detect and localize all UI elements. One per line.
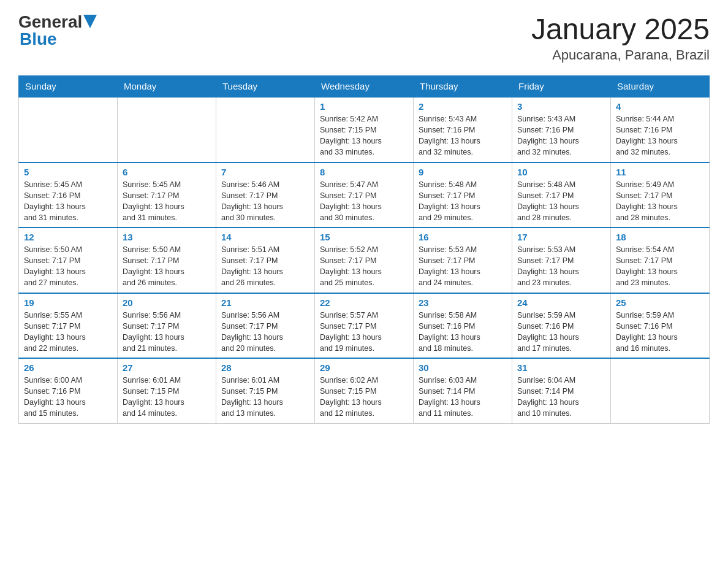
day-number: 22: [320, 297, 408, 308]
calendar-cell: 6Sunrise: 5:45 AM Sunset: 7:17 PM Daylig…: [118, 163, 216, 228]
day-info: Sunrise: 6:01 AM Sunset: 7:15 PM Dayligh…: [123, 375, 211, 419]
day-info: Sunrise: 5:44 AM Sunset: 7:16 PM Dayligh…: [616, 113, 704, 158]
day-number: 5: [24, 167, 112, 177]
day-info: Sunrise: 5:56 AM Sunset: 7:17 PM Dayligh…: [123, 310, 211, 354]
calendar-cell: 5Sunrise: 5:45 AM Sunset: 7:16 PM Daylig…: [19, 163, 118, 228]
weekday-header-thursday: Thursday: [414, 76, 512, 98]
calendar-cell: 25Sunrise: 5:59 AM Sunset: 7:16 PM Dayli…: [611, 293, 710, 359]
day-number: 18: [616, 232, 704, 242]
day-number: 25: [616, 297, 704, 308]
calendar-cell: 22Sunrise: 5:57 AM Sunset: 7:17 PM Dayli…: [315, 293, 414, 359]
weekday-header-friday: Friday: [512, 76, 611, 98]
day-number: 14: [221, 232, 309, 242]
day-info: Sunrise: 5:50 AM Sunset: 7:17 PM Dayligh…: [24, 244, 112, 289]
day-number: 15: [320, 232, 408, 242]
calendar-cell: 3Sunrise: 5:43 AM Sunset: 7:16 PM Daylig…: [512, 97, 611, 163]
calendar-cell: [19, 97, 118, 163]
weekday-header-sunday: Sunday: [19, 76, 118, 98]
day-info: Sunrise: 5:47 AM Sunset: 7:17 PM Dayligh…: [320, 179, 408, 224]
calendar-cell: 31Sunrise: 6:04 AM Sunset: 7:14 PM Dayli…: [512, 358, 611, 423]
day-number: 29: [320, 362, 408, 373]
day-number: 10: [517, 167, 605, 177]
calendar-cell: 30Sunrise: 6:03 AM Sunset: 7:14 PM Dayli…: [414, 358, 512, 423]
calendar-cell: 21Sunrise: 5:56 AM Sunset: 7:17 PM Dayli…: [216, 293, 315, 359]
calendar-cell: 9Sunrise: 5:48 AM Sunset: 7:17 PM Daylig…: [414, 163, 512, 228]
week-row-1: 1Sunrise: 5:42 AM Sunset: 7:15 PM Daylig…: [19, 97, 710, 163]
day-number: 30: [419, 362, 507, 373]
calendar-subtitle: Apucarana, Parana, Brazil: [531, 47, 710, 63]
day-info: Sunrise: 5:48 AM Sunset: 7:17 PM Dayligh…: [517, 179, 605, 224]
calendar-cell: 27Sunrise: 6:01 AM Sunset: 7:15 PM Dayli…: [118, 358, 216, 423]
week-row-2: 5Sunrise: 5:45 AM Sunset: 7:16 PM Daylig…: [19, 163, 710, 228]
day-info: Sunrise: 5:45 AM Sunset: 7:17 PM Dayligh…: [123, 179, 211, 224]
day-number: 23: [419, 297, 507, 308]
day-number: 27: [123, 362, 211, 373]
logo-triangle-icon: [83, 15, 97, 28]
day-number: 6: [123, 167, 211, 177]
calendar-table: SundayMondayTuesdayWednesdayThursdayFrid…: [18, 75, 710, 424]
day-info: Sunrise: 6:02 AM Sunset: 7:15 PM Dayligh…: [320, 375, 408, 419]
weekday-header-wednesday: Wednesday: [315, 76, 414, 98]
calendar-cell: 24Sunrise: 5:59 AM Sunset: 7:16 PM Dayli…: [512, 293, 611, 359]
calendar-cell: 4Sunrise: 5:44 AM Sunset: 7:16 PM Daylig…: [611, 97, 710, 163]
day-number: 12: [24, 232, 112, 242]
page-header: General Blue January 2025 Apucarana, Par…: [18, 12, 710, 63]
day-info: Sunrise: 6:03 AM Sunset: 7:14 PM Dayligh…: [419, 375, 507, 419]
calendar-cell: 17Sunrise: 5:53 AM Sunset: 7:17 PM Dayli…: [512, 228, 611, 293]
calendar-cell: 15Sunrise: 5:52 AM Sunset: 7:17 PM Dayli…: [315, 228, 414, 293]
day-info: Sunrise: 5:53 AM Sunset: 7:17 PM Dayligh…: [419, 244, 507, 289]
calendar-cell: 2Sunrise: 5:43 AM Sunset: 7:16 PM Daylig…: [414, 97, 512, 163]
weekday-header-monday: Monday: [118, 76, 216, 98]
day-info: Sunrise: 5:56 AM Sunset: 7:17 PM Dayligh…: [221, 310, 309, 354]
weekday-header-saturday: Saturday: [611, 76, 710, 98]
calendar-cell: 14Sunrise: 5:51 AM Sunset: 7:17 PM Dayli…: [216, 228, 315, 293]
day-number: 26: [24, 362, 112, 373]
day-number: 7: [221, 167, 309, 177]
title-block: January 2025 Apucarana, Parana, Brazil: [531, 12, 710, 63]
calendar-cell: [216, 97, 315, 163]
calendar-cell: 8Sunrise: 5:47 AM Sunset: 7:17 PM Daylig…: [315, 163, 414, 228]
day-info: Sunrise: 5:42 AM Sunset: 7:15 PM Dayligh…: [320, 113, 408, 158]
day-info: Sunrise: 5:50 AM Sunset: 7:17 PM Dayligh…: [123, 244, 211, 289]
day-info: Sunrise: 5:43 AM Sunset: 7:16 PM Dayligh…: [419, 113, 507, 158]
calendar-cell: [611, 358, 710, 423]
day-info: Sunrise: 5:55 AM Sunset: 7:17 PM Dayligh…: [24, 310, 112, 354]
day-info: Sunrise: 5:52 AM Sunset: 7:17 PM Dayligh…: [320, 244, 408, 289]
day-number: 1: [320, 101, 408, 112]
day-number: 16: [419, 232, 507, 242]
calendar-cell: 20Sunrise: 5:56 AM Sunset: 7:17 PM Dayli…: [118, 293, 216, 359]
day-number: 13: [123, 232, 211, 242]
day-info: Sunrise: 6:04 AM Sunset: 7:14 PM Dayligh…: [517, 375, 605, 419]
calendar-cell: 19Sunrise: 5:55 AM Sunset: 7:17 PM Dayli…: [19, 293, 118, 359]
calendar-cell: [118, 97, 216, 163]
day-info: Sunrise: 5:51 AM Sunset: 7:17 PM Dayligh…: [221, 244, 309, 289]
calendar-cell: 1Sunrise: 5:42 AM Sunset: 7:15 PM Daylig…: [315, 97, 414, 163]
calendar-cell: 23Sunrise: 5:58 AM Sunset: 7:16 PM Dayli…: [414, 293, 512, 359]
calendar-cell: 18Sunrise: 5:54 AM Sunset: 7:17 PM Dayli…: [611, 228, 710, 293]
week-row-4: 19Sunrise: 5:55 AM Sunset: 7:17 PM Dayli…: [19, 293, 710, 359]
calendar-cell: 7Sunrise: 5:46 AM Sunset: 7:17 PM Daylig…: [216, 163, 315, 228]
day-info: Sunrise: 5:59 AM Sunset: 7:16 PM Dayligh…: [616, 310, 704, 354]
weekday-header-row: SundayMondayTuesdayWednesdayThursdayFrid…: [19, 76, 710, 98]
day-number: 11: [616, 167, 704, 177]
day-info: Sunrise: 5:57 AM Sunset: 7:17 PM Dayligh…: [320, 310, 408, 354]
day-info: Sunrise: 5:49 AM Sunset: 7:17 PM Dayligh…: [616, 179, 704, 224]
svg-marker-0: [83, 15, 97, 28]
day-info: Sunrise: 6:00 AM Sunset: 7:16 PM Dayligh…: [24, 375, 112, 419]
calendar-cell: 13Sunrise: 5:50 AM Sunset: 7:17 PM Dayli…: [118, 228, 216, 293]
calendar-cell: 11Sunrise: 5:49 AM Sunset: 7:17 PM Dayli…: [611, 163, 710, 228]
calendar-cell: 26Sunrise: 6:00 AM Sunset: 7:16 PM Dayli…: [19, 358, 118, 423]
day-info: Sunrise: 5:43 AM Sunset: 7:16 PM Dayligh…: [517, 113, 605, 158]
day-number: 2: [419, 101, 507, 112]
calendar-cell: 29Sunrise: 6:02 AM Sunset: 7:15 PM Dayli…: [315, 358, 414, 423]
day-info: Sunrise: 5:59 AM Sunset: 7:16 PM Dayligh…: [517, 310, 605, 354]
day-info: Sunrise: 5:45 AM Sunset: 7:16 PM Dayligh…: [24, 179, 112, 224]
day-number: 21: [221, 297, 309, 308]
day-number: 4: [616, 101, 704, 112]
calendar-cell: 16Sunrise: 5:53 AM Sunset: 7:17 PM Dayli…: [414, 228, 512, 293]
day-number: 19: [24, 297, 112, 308]
weekday-header-tuesday: Tuesday: [216, 76, 315, 98]
day-info: Sunrise: 6:01 AM Sunset: 7:15 PM Dayligh…: [221, 375, 309, 419]
day-info: Sunrise: 5:54 AM Sunset: 7:17 PM Dayligh…: [616, 244, 704, 289]
week-row-5: 26Sunrise: 6:00 AM Sunset: 7:16 PM Dayli…: [19, 358, 710, 423]
